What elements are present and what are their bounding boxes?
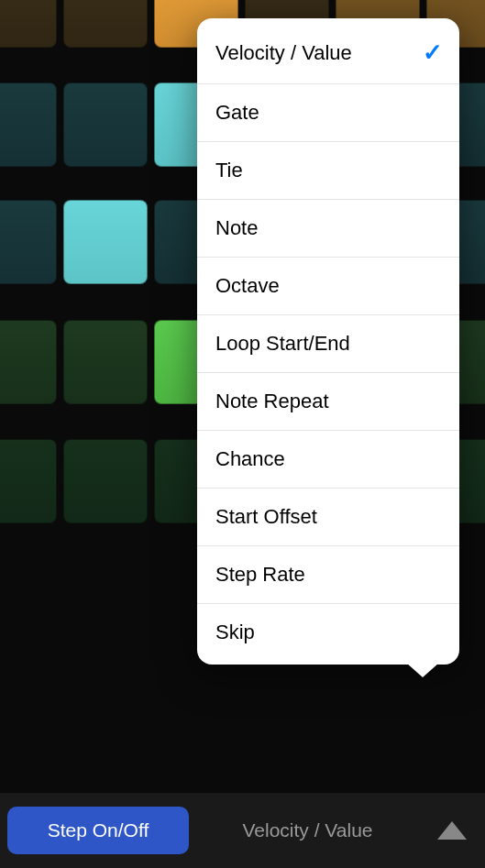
menu-item-label: Chance xyxy=(215,447,285,471)
step-pad[interactable] xyxy=(63,82,148,167)
menu-item[interactable]: Skip xyxy=(197,604,459,661)
menu-item[interactable]: Loop Start/End xyxy=(197,315,459,373)
menu-item[interactable]: Tie xyxy=(197,142,459,200)
step-pad[interactable] xyxy=(0,200,57,284)
menu-item-label: Step Rate xyxy=(215,563,305,587)
menu-item[interactable]: Velocity / Value✓ xyxy=(197,22,459,84)
menu-item-label: Start Offset xyxy=(215,505,317,529)
menu-item-label: Note xyxy=(215,216,258,240)
menu-item[interactable]: Start Offset xyxy=(197,489,459,546)
menu-item-label: Octave xyxy=(215,274,280,298)
edit-mode-menu-button[interactable] xyxy=(426,805,478,856)
step-pad[interactable] xyxy=(0,0,57,48)
menu-item-label: Loop Start/End xyxy=(215,332,350,356)
bottom-toolbar: Step On/Off Velocity / Value xyxy=(0,793,485,868)
step-pad[interactable] xyxy=(63,200,148,284)
menu-item-label: Note Repeat xyxy=(215,390,329,413)
menu-item-label: Velocity / Value xyxy=(215,41,352,65)
step-pad[interactable] xyxy=(0,82,57,167)
checkmark-icon: ✓ xyxy=(423,38,443,67)
menu-item-label: Skip xyxy=(215,621,255,644)
menu-item-label: Tie xyxy=(215,159,243,182)
menu-item[interactable]: Step Rate xyxy=(197,546,459,604)
menu-item[interactable]: Note Repeat xyxy=(197,373,459,431)
menu-item[interactable]: Gate xyxy=(197,84,459,142)
menu-item[interactable]: Chance xyxy=(197,431,459,489)
velocity-value-button[interactable]: Velocity / Value xyxy=(194,807,421,854)
popover-tail xyxy=(406,663,439,677)
menu-item[interactable]: Note xyxy=(197,200,459,258)
step-pad[interactable] xyxy=(63,0,148,48)
step-pad[interactable] xyxy=(0,320,57,404)
step-onoff-button[interactable]: Step On/Off xyxy=(7,807,189,854)
step-pad[interactable] xyxy=(0,439,57,523)
menu-item-label: Gate xyxy=(215,101,259,125)
step-pad[interactable] xyxy=(63,439,148,523)
step-pad[interactable] xyxy=(63,320,148,404)
chevron-up-icon xyxy=(437,821,467,840)
edit-mode-popover: Velocity / Value✓GateTieNoteOctaveLoop S… xyxy=(197,18,459,665)
menu-item[interactable]: Octave xyxy=(197,258,459,315)
